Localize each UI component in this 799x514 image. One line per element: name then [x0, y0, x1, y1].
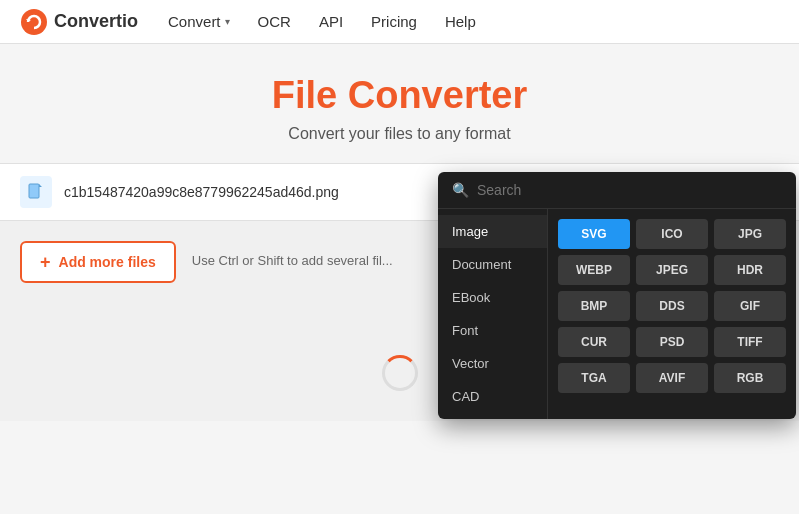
nav-convert[interactable]: Convert ▾	[168, 13, 230, 30]
nav-api[interactable]: API	[319, 13, 343, 30]
format-button[interactable]: CUR	[558, 327, 630, 357]
panel-body: ImageDocumentEBookFontVectorCAD SVGICOJP…	[438, 209, 796, 419]
category-item[interactable]: Image	[438, 215, 547, 248]
format-button[interactable]: AVIF	[636, 363, 708, 393]
format-button[interactable]: GIF	[714, 291, 786, 321]
format-button[interactable]: RGB	[714, 363, 786, 393]
search-input[interactable]	[477, 182, 782, 198]
ctrl-hint: Use Ctrl or Shift to add several fil...	[192, 241, 393, 268]
hero-subtitle: Convert your files to any format	[20, 125, 779, 143]
main-nav: Convert ▾ OCR API Pricing Help	[168, 13, 476, 30]
logo-icon	[20, 8, 48, 36]
svg-rect-1	[29, 184, 39, 198]
format-button[interactable]: WEBP	[558, 255, 630, 285]
categories-list: ImageDocumentEBookFontVectorCAD	[438, 209, 548, 419]
plus-icon: +	[40, 253, 51, 271]
chevron-down-icon: ▾	[225, 16, 230, 27]
svg-point-0	[21, 9, 47, 35]
format-button[interactable]: TGA	[558, 363, 630, 393]
logo-text: Convertio	[54, 11, 138, 32]
header: Convertio Convert ▾ OCR API Pricing Help	[0, 0, 799, 44]
search-bar: 🔍	[438, 172, 796, 209]
format-button[interactable]: JPG	[714, 219, 786, 249]
hero-section: File Converter Convert your files to any…	[0, 44, 799, 163]
format-button[interactable]: SVG	[558, 219, 630, 249]
category-item[interactable]: EBook	[438, 281, 547, 314]
add-files-button[interactable]: + Add more files	[20, 241, 176, 283]
category-item[interactable]: Vector	[438, 347, 547, 380]
formats-grid: SVGICOJPGWEBPJPEGHDRBMPDDSGIFCURPSDTIFFT…	[548, 209, 796, 419]
page-title: File Converter	[20, 74, 779, 117]
category-item[interactable]: CAD	[438, 380, 547, 413]
loading-spinner-area	[382, 355, 418, 391]
file-icon	[20, 176, 52, 208]
nav-help[interactable]: Help	[445, 13, 476, 30]
loading-spinner	[382, 355, 418, 391]
format-button[interactable]: HDR	[714, 255, 786, 285]
format-button[interactable]: BMP	[558, 291, 630, 321]
logo[interactable]: Convertio	[20, 8, 138, 36]
format-button[interactable]: ICO	[636, 219, 708, 249]
search-icon: 🔍	[452, 182, 469, 198]
format-button[interactable]: PSD	[636, 327, 708, 357]
nav-pricing[interactable]: Pricing	[371, 13, 417, 30]
add-files-label: Add more files	[59, 254, 156, 270]
format-button[interactable]: JPEG	[636, 255, 708, 285]
category-item[interactable]: Document	[438, 248, 547, 281]
category-item[interactable]: Font	[438, 314, 547, 347]
format-panel: 🔍 ImageDocumentEBookFontVectorCAD SVGICO…	[438, 172, 796, 419]
format-button[interactable]: TIFF	[714, 327, 786, 357]
format-button[interactable]: DDS	[636, 291, 708, 321]
nav-ocr[interactable]: OCR	[258, 13, 291, 30]
